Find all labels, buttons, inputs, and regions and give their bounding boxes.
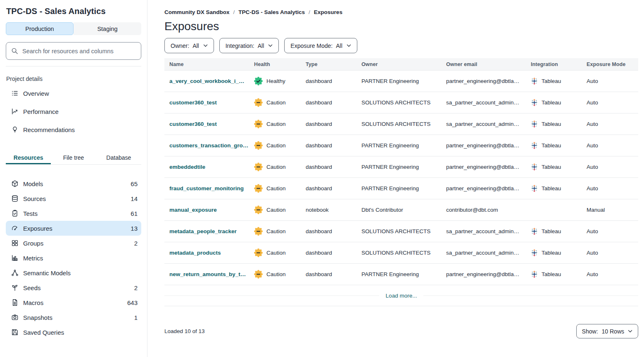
sidebar-item-snapshots[interactable]: Snapshots1 — [6, 310, 141, 325]
sidebar-item-saved-queries[interactable]: Saved Queries — [6, 325, 141, 340]
exposure-mode-cell: Auto — [582, 78, 638, 84]
sidebar-item-overview[interactable]: Overview — [6, 84, 141, 102]
table-row: customer360_testCautiondashboardSOLUTION… — [164, 113, 638, 135]
filter-label: Owner: — [171, 43, 189, 49]
show-rows-dropdown[interactable]: Show: 10 Rows — [576, 324, 638, 338]
type-cell: notebook — [301, 207, 356, 213]
sidebar-item-sources[interactable]: Sources14 — [6, 191, 141, 206]
chart-icon — [11, 108, 19, 115]
exposure-name-link[interactable]: manual_exposure — [169, 207, 217, 213]
sidebar-item-count: 13 — [131, 225, 138, 232]
sidebar-item-count: 61 — [131, 210, 138, 217]
camera-icon — [11, 314, 19, 321]
type-cell: dashboard — [301, 164, 356, 170]
breadcrumb-separator: / — [309, 9, 310, 15]
tableau-icon — [531, 185, 538, 192]
sidebar-item-tests[interactable]: Tests61 — [6, 206, 141, 221]
exposure-name-link[interactable]: customer360_test — [169, 121, 217, 127]
integration-label: Tableau — [542, 228, 561, 234]
column-header-name: Name — [164, 61, 249, 67]
filter-value: All — [258, 43, 264, 49]
bar-chart-icon — [11, 254, 19, 262]
exposure-mode-cell: Auto — [582, 142, 638, 149]
exposure-name-link[interactable]: customer360_test — [169, 99, 217, 106]
exposure-name-link[interactable]: embeddedtile — [169, 164, 205, 170]
filter-exposure-mode[interactable]: Exposure Mode:All — [284, 38, 357, 53]
exposure-name-link[interactable]: fraud_customer_monitoring — [169, 185, 244, 192]
env-tab-production[interactable]: Production — [6, 22, 74, 35]
filter-integration[interactable]: Integration:All — [219, 38, 279, 53]
sidebar-item-recommendations[interactable]: Recommendations — [6, 121, 141, 139]
load-more-link[interactable]: Load more... — [379, 293, 424, 299]
breadcrumb-item[interactable]: TPC-DS - Sales Analytics — [238, 9, 305, 15]
owner-cell: PARTNER Engineering — [356, 185, 441, 192]
sidebar-item-label: Groups — [23, 240, 43, 247]
health-label: Caution — [266, 271, 286, 277]
filter-label: Exposure Mode: — [290, 43, 333, 49]
exposure-name-link[interactable]: customers_transaction_gro… — [169, 142, 248, 149]
table-row: embeddedtileCautiondashboardPARTNER Engi… — [164, 156, 638, 177]
health-cell: Caution — [249, 120, 301, 128]
name-cell: new_return_amounts_by_t… — [164, 271, 249, 277]
health-cell: Caution — [249, 163, 301, 171]
type-cell: dashboard — [301, 121, 356, 127]
exposure-mode-cell: Auto — [582, 121, 638, 127]
sidebar-item-performance[interactable]: Performance — [6, 102, 141, 121]
tab-file-tree[interactable]: File tree — [51, 151, 96, 164]
chevron-down-icon — [203, 44, 208, 47]
name-cell: metadata_people_tracker — [164, 228, 249, 234]
exposure-name-link[interactable]: new_return_amounts_by_t… — [169, 271, 246, 277]
sidebar-item-semantic-models[interactable]: Semantic Models — [6, 265, 141, 280]
exposure-name-link[interactable]: metadata_people_tracker — [169, 228, 237, 234]
env-tab-staging[interactable]: Staging — [74, 22, 141, 35]
tableau-icon — [531, 78, 538, 85]
caution-badge-icon — [254, 120, 263, 128]
save-icon — [11, 329, 19, 336]
tableau-icon — [531, 142, 538, 149]
name-cell: customer360_test — [164, 121, 249, 127]
sidebar-item-label: Sources — [23, 195, 46, 202]
table-row: customers_transaction_gro…Cautiondashboa… — [164, 135, 638, 156]
type-cell: dashboard — [301, 250, 356, 256]
integration-label: Tableau — [542, 164, 561, 170]
sidebar-item-exposures[interactable]: Exposures13 — [6, 221, 141, 236]
column-header-integration: Integration — [526, 61, 582, 67]
health-label: Caution — [266, 250, 286, 256]
column-header-health: Health — [249, 61, 301, 67]
name-cell: customers_transaction_gro… — [164, 142, 249, 149]
sidebar-item-groups[interactable]: Groups2 — [6, 236, 141, 251]
sidebar-view-tabs: ResourcesFile treeDatabase — [6, 151, 141, 165]
exposure-name-link[interactable]: a_very_cool_workbook_i_… — [169, 78, 245, 84]
tab-resources[interactable]: Resources — [6, 151, 51, 164]
owner-email-cell: sa_partner_account_admin… — [441, 228, 526, 234]
resource-nav: Models65Sources14Tests61Exposures13Group… — [6, 176, 141, 340]
project-details-nav: OverviewPerformanceRecommendations — [6, 84, 141, 139]
health-cell: Caution — [249, 206, 301, 214]
health-cell: Caution — [249, 270, 301, 279]
sidebar-item-models[interactable]: Models65 — [6, 176, 141, 191]
sidebar-item-count: 65 — [131, 180, 138, 187]
tab-database[interactable]: Database — [96, 151, 141, 164]
type-cell: dashboard — [301, 78, 356, 84]
exposure-name-link[interactable]: metadata_products — [169, 250, 221, 256]
table-body: a_very_cool_workbook_i_…Healthydashboard… — [164, 70, 638, 285]
project-details-label: Project details — [6, 76, 141, 82]
table-row: fraud_customer_monitoringCautiondashboar… — [164, 177, 638, 199]
health-cell: Caution — [249, 98, 301, 107]
loaded-count-text: Loaded 10 of 13 — [164, 328, 205, 334]
sidebar-item-macros[interactable]: Macros643 — [6, 295, 141, 310]
sidebar-item-label: Exposures — [23, 225, 52, 232]
search-input[interactable] — [22, 48, 136, 54]
exposure-mode-cell: Auto — [582, 250, 638, 256]
project-title: TPC-DS - Sales Analytics — [6, 7, 141, 16]
sidebar-item-metrics[interactable]: Metrics — [6, 251, 141, 265]
healthy-badge-icon — [254, 77, 263, 85]
integration-cell: Tableau — [526, 249, 582, 256]
breadcrumb-item[interactable]: Community DX Sandbox — [164, 9, 230, 15]
sidebar-item-seeds[interactable]: Seeds2 — [6, 280, 141, 295]
owner-email-cell: contributor@dbt.com — [441, 207, 526, 213]
name-cell: customer360_test — [164, 99, 249, 106]
owner-cell: SOLUTIONS ARCHITECTS — [356, 228, 441, 234]
filter-owner[interactable]: Owner:All — [164, 38, 214, 53]
table-row: metadata_productsCautiondashboardSOLUTIO… — [164, 242, 638, 263]
